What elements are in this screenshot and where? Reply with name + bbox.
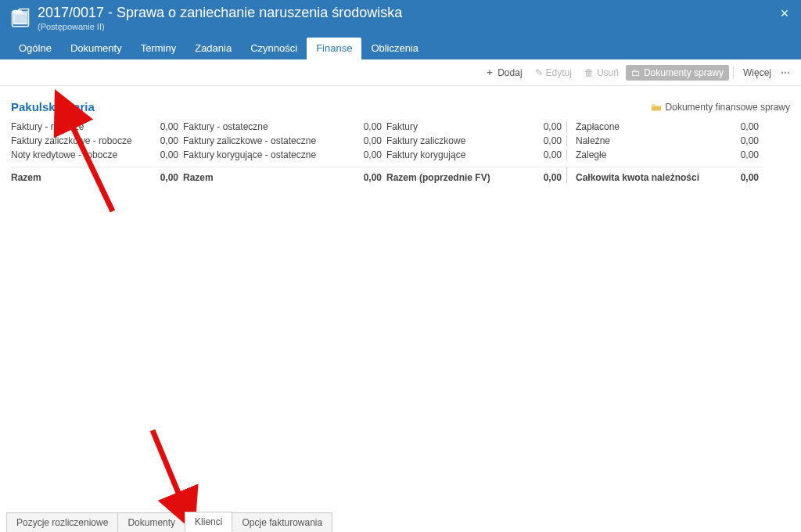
delete-label: Usuń — [597, 67, 619, 78]
case-file-icon — [9, 6, 31, 28]
total-label: Razem (poprzednie FV) — [386, 167, 519, 183]
edit-label: Edytuj — [546, 67, 572, 78]
window-subtitle: (Postępowanie II) — [38, 22, 402, 31]
toolbar-separator — [733, 66, 734, 79]
folder-icon: 🗀 — [631, 67, 641, 78]
cell-label: Należne — [576, 135, 717, 146]
cell-value: 0,00 — [519, 135, 566, 146]
close-button[interactable]: × — [776, 5, 793, 22]
tab-obliczenia[interactable]: Obliczenia — [361, 38, 428, 59]
case-documents-button[interactable]: 🗀 Dokumenty sprawy — [626, 65, 729, 81]
overflow-menu-icon[interactable]: ⋯ — [778, 67, 793, 78]
more-label: Więcej — [743, 67, 771, 78]
pencil-icon: ✎ — [535, 67, 543, 78]
column-separator — [566, 121, 576, 132]
total-value: 0,00 — [136, 167, 183, 183]
bottom-tab-dokumenty[interactable]: Dokumenty — [117, 512, 185, 532]
cell-label: Noty kredytowe - robocze — [11, 149, 136, 160]
trash-icon: 🗑 — [584, 67, 594, 78]
total-value: 0,00 — [339, 167, 386, 183]
window-title: 2017/0017 - Sprawa o zaniechanie narusze… — [38, 5, 402, 21]
cell-value: 0,00 — [339, 135, 386, 146]
total-label: Razem — [11, 167, 136, 183]
more-button[interactable]: Więcej — [738, 65, 777, 81]
cell-label: Faktury — [386, 121, 519, 132]
bottom-tab-klienci[interactable]: Klienci — [185, 512, 232, 532]
plus-icon: ＋ — [485, 66, 494, 79]
tab-terminy[interactable]: Terminy — [131, 38, 186, 59]
cell-value: 0,00 — [717, 135, 763, 146]
add-label: Dodaj — [497, 67, 522, 78]
cell-label: Faktury zaliczkowe — [386, 135, 519, 146]
toolbar: ＋ Dodaj ✎ Edytuj 🗑 Usuń 🗀 Dokumenty spra… — [0, 59, 801, 86]
bottom-tab-pozycje[interactable]: Pozycje rozliczeniowe — [6, 512, 118, 532]
cell-value: 0,00 — [136, 149, 183, 160]
cell-label: Faktury zaliczkowe - ostateczne — [183, 135, 339, 146]
fin-docs-label: Dokumenty finansowe sprawy — [666, 102, 790, 113]
delete-button: 🗑 Usuń — [579, 65, 624, 81]
add-button[interactable]: ＋ Dodaj — [480, 63, 527, 81]
total-label: Całkowita kwota należności — [576, 167, 717, 183]
tab-finanse[interactable]: Finanse — [307, 38, 361, 59]
cell-value: 0,00 — [339, 149, 386, 160]
column-separator — [566, 149, 576, 160]
tab-czynnosci[interactable]: Czynności — [241, 38, 307, 59]
column-separator — [566, 135, 576, 146]
case-docs-label: Dokumenty sprawy — [644, 67, 724, 78]
cell-value: 0,00 — [136, 135, 183, 146]
bottom-tab-opcje[interactable]: Opcje fakturowania — [232, 512, 332, 532]
total-value: 0,00 — [519, 167, 566, 183]
finance-summary-grid: Faktury - robocze 0,00 Faktury - ostatec… — [11, 121, 790, 183]
cell-value: 0,00 — [519, 149, 566, 160]
bottom-tabs: Pozycje rozliczeniowe Dokumenty Klienci … — [0, 510, 801, 532]
cell-label: Faktury korygujące - ostateczne — [183, 149, 339, 160]
cell-value: 0,00 — [717, 149, 763, 160]
cell-label: Zapłacone — [576, 121, 717, 132]
cell-value: 0,00 — [339, 121, 386, 132]
tab-zadania[interactable]: Zadania — [185, 38, 241, 59]
cell-label: Faktury - robocze — [11, 121, 136, 132]
tab-dokumenty[interactable]: Dokumenty — [61, 38, 131, 59]
edit-button: ✎ Edytuj — [530, 65, 577, 81]
cell-label: Zaległe — [576, 149, 717, 160]
total-value: 0,00 — [717, 167, 763, 183]
main-nav: Ogólne Dokumenty Terminy Zadania Czynnoś… — [9, 36, 792, 59]
column-separator — [566, 167, 576, 183]
cell-label: Faktury korygujące — [386, 149, 519, 160]
cell-label: Faktury - ostateczne — [183, 121, 339, 132]
cell-value: 0,00 — [136, 121, 183, 132]
cell-label: Faktury zaliczkowe - robocze — [11, 135, 136, 146]
tab-ogolne[interactable]: Ogólne — [9, 38, 61, 59]
cell-value: 0,00 — [717, 121, 763, 132]
client-name-link[interactable]: Pakulska Daria — [11, 100, 95, 113]
total-label: Razem — [183, 167, 339, 183]
cell-value: 0,00 — [519, 121, 566, 132]
case-financial-docs-link[interactable]: Dokumenty finansowe sprawy — [651, 102, 790, 113]
folder-small-icon — [651, 102, 662, 113]
